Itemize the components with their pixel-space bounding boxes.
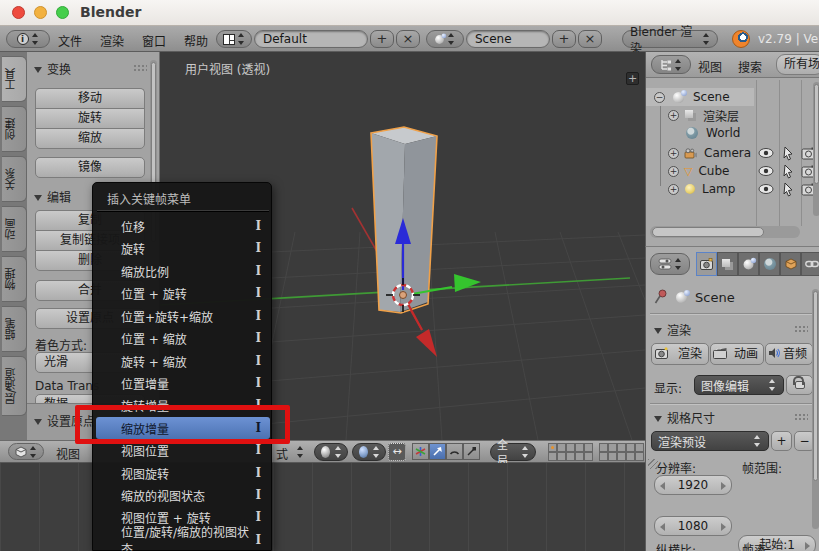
edit-panel-header[interactable]: 编辑 xyxy=(34,188,71,205)
manipulator-rotate-icon[interactable] xyxy=(446,443,463,460)
menu-item-location[interactable]: 位移I xyxy=(96,215,270,237)
window-close-button[interactable] xyxy=(12,6,25,19)
expand-icon[interactable]: + xyxy=(668,148,679,159)
tab-object[interactable] xyxy=(780,252,801,276)
corner-grip-icon[interactable] xyxy=(648,459,658,469)
menu-item-rotscale[interactable]: 旋转 + 缩放I xyxy=(96,350,270,372)
row-label[interactable]: World xyxy=(706,126,740,140)
scrollbar-thumb[interactable] xyxy=(814,84,819,184)
menu-item-visual-scaling[interactable]: 缩放的视图状态I xyxy=(96,484,270,506)
properties-vscrollbar[interactable] xyxy=(812,289,819,529)
expand-icon[interactable]: + xyxy=(668,166,679,177)
view-menu[interactable]: 视图 xyxy=(56,445,80,462)
layers-grid-right[interactable] xyxy=(599,443,644,461)
screen-layout-selector[interactable] xyxy=(216,30,252,48)
scene-name-field[interactable]: Scene xyxy=(466,30,550,48)
menu-file[interactable]: 文件 xyxy=(58,32,82,49)
tab-constraints[interactable] xyxy=(801,252,819,276)
transform-panel-header[interactable]: 变换 xyxy=(34,60,71,77)
tab-grease-pencil[interactable]: 蜡笔 xyxy=(2,306,27,352)
manipulator-scale-icon[interactable] xyxy=(463,443,480,460)
render-panel-header[interactable]: 渲染 xyxy=(654,321,691,338)
breadcrumb-scene[interactable]: Scene xyxy=(695,290,735,305)
add-preset-button[interactable]: + xyxy=(771,431,792,451)
move-button[interactable]: 移动 xyxy=(35,88,145,108)
menu-item-visual-rotation[interactable]: 视图旋转I xyxy=(96,462,270,484)
outliner-hscrollbar[interactable] xyxy=(650,226,800,238)
menu-help[interactable]: 帮助 xyxy=(184,32,208,49)
add-layout-button[interactable]: + xyxy=(370,30,394,48)
outliner-filter-dropdown[interactable]: 所有场 xyxy=(776,54,819,75)
rotate-button[interactable]: 旋转 xyxy=(35,108,145,128)
outliner-row-camera[interactable]: + Camera xyxy=(646,144,751,162)
tab-layers-channels[interactable]: 层/通道 xyxy=(2,356,27,416)
panel-drag-dots-icon[interactable] xyxy=(794,413,808,421)
tab-physics[interactable]: 物理 xyxy=(2,256,27,302)
proportional-falloff-icon[interactable]: ↔ xyxy=(388,443,406,461)
render-presets-dropdown[interactable]: 渲染预设 xyxy=(651,431,769,451)
manipulator-toggle-axis-icon[interactable] xyxy=(412,443,429,460)
transform-orientation-selector[interactable]: 全局 xyxy=(490,443,536,461)
resolution-x-stepper[interactable]: 1920 xyxy=(654,475,732,495)
row-label[interactable]: Camera xyxy=(704,146,751,160)
add-scene-button[interactable]: + xyxy=(552,30,576,48)
panel-drag-dots-icon[interactable] xyxy=(133,64,147,72)
properties-type-selector[interactable] xyxy=(650,253,690,275)
render-engine-selector[interactable]: Blender 渲染 xyxy=(622,30,718,48)
pin-icon[interactable] xyxy=(654,289,668,305)
tab-scene[interactable] xyxy=(738,252,759,276)
menu-window[interactable]: 窗口 xyxy=(142,32,166,49)
tab-tools[interactable]: 工具 xyxy=(2,56,27,102)
mode-selector[interactable] xyxy=(8,443,44,460)
row-label[interactable]: Scene xyxy=(693,90,730,104)
row-label[interactable]: Lamp xyxy=(702,182,735,196)
scene-selector[interactable] xyxy=(426,30,464,48)
mirror-button[interactable]: 镜像 xyxy=(35,157,145,178)
proportional-edit-selector[interactable] xyxy=(352,443,386,461)
expand-icon[interactable]: + xyxy=(668,110,679,121)
menu-item-locrot[interactable]: 位置 + 旋转I xyxy=(96,282,270,304)
outliner-row-lamp[interactable]: + Lamp xyxy=(646,180,735,198)
expand-icon[interactable]: + xyxy=(668,184,679,195)
tab-animation[interactable]: 动画 xyxy=(2,206,27,252)
menu-item-rotation[interactable]: 旋转I xyxy=(96,237,270,259)
resolution-y-stepper[interactable]: 1080 xyxy=(654,516,732,536)
panel-drag-dots-icon[interactable] xyxy=(794,325,808,333)
display-mode-dropdown[interactable]: 图像编辑 xyxy=(694,375,784,395)
menu-item-visual-locrotscale[interactable]: 位置/旋转/缩放的视图状态I xyxy=(96,529,270,551)
scrollbar-thumb[interactable] xyxy=(652,227,764,237)
manipulator-translate-icon[interactable] xyxy=(429,443,446,460)
tab-render[interactable] xyxy=(696,252,717,276)
delete-layout-button[interactable]: × xyxy=(396,30,420,48)
tab-world[interactable] xyxy=(759,252,780,276)
restrict-columns[interactable] xyxy=(758,144,818,200)
outliner-row-scene[interactable]: − Scene xyxy=(646,88,754,106)
editor-type-selector[interactable]: i xyxy=(6,30,50,48)
delete-scene-button[interactable]: × xyxy=(578,30,602,48)
scale-button[interactable]: 缩放 xyxy=(35,128,145,149)
region-expand-icon[interactable]: + xyxy=(626,72,639,85)
tab-relations[interactable]: 关系 xyxy=(2,156,27,202)
outliner-view-menu[interactable]: 视图 xyxy=(698,58,722,75)
outliner-type-selector[interactable] xyxy=(651,55,691,74)
window-minimize-button[interactable] xyxy=(34,6,47,19)
row-label[interactable]: Cube xyxy=(698,164,729,178)
window-maximize-button[interactable] xyxy=(56,6,69,19)
row-label[interactable]: 渲染层 xyxy=(703,107,739,124)
outliner-row-cube[interactable]: + ▽ Cube xyxy=(646,162,729,180)
outliner-row-renderlayers[interactable]: + 渲染层 xyxy=(646,106,739,124)
menu-item-scaling[interactable]: 缩放比例I xyxy=(96,260,270,282)
layout-name-field[interactable]: Default xyxy=(254,30,368,48)
layer-cell-active[interactable] xyxy=(548,443,557,452)
layers-grid-left[interactable] xyxy=(548,443,593,461)
menu-render[interactable]: 渲染 xyxy=(100,32,124,49)
tab-render-layers[interactable] xyxy=(717,252,738,276)
viewport-shading-selector[interactable] xyxy=(314,443,348,461)
stepper-arrows-icon[interactable] xyxy=(296,446,305,458)
menu-item-delta-location[interactable]: 位置增量I xyxy=(96,372,270,394)
menu-item-locscale[interactable]: 位置 + 缩放I xyxy=(96,327,270,349)
scrollbar-thumb[interactable] xyxy=(813,291,818,481)
tab-create[interactable]: 创建 xyxy=(2,106,27,152)
lock-interface-button[interactable] xyxy=(786,375,813,395)
dimensions-panel-header[interactable]: 规格尺寸 xyxy=(654,409,715,426)
